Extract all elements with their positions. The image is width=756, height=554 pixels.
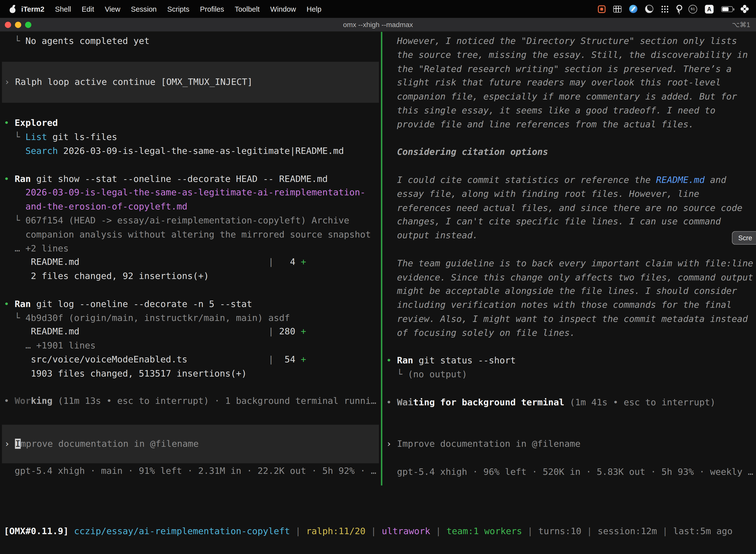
macos-menu-bar: iTerm2ShellEditViewSessionScriptsProfile… (0, 0, 756, 18)
ralph-loop-banner[interactable]: › Ralph loop active continue [OMX_TMUX_I… (2, 62, 379, 103)
text-segment: • (4, 298, 15, 309)
text-segment: └ (4, 215, 25, 225)
reasoning-line: of focusing solely on file lines. (382, 326, 756, 340)
text-segment: However, I noticed the "Directory Struct… (386, 36, 737, 46)
prompt-input[interactable]: › Improve documentation in @filename (2, 437, 379, 451)
diffstat-summary: 2 files changed, 92 insertions(+) (0, 269, 381, 283)
text-segment: README.md (4, 326, 268, 337)
ran-git-log-header: • Ran git log --oneline --decorate -n 5 … (0, 297, 381, 311)
ran-git-show-header: • Ran git show --stat --oneline --decora… (0, 172, 381, 186)
log-diffstat-summary: 1903 files changed, 513517 insertions(+) (0, 367, 381, 381)
reasoning-line: the source tree, missing the essay. Stil… (382, 48, 756, 62)
text-segment: and (705, 175, 726, 185)
text-segment: 4b9d30f (origin/main, instructkr/main, m… (25, 313, 290, 323)
menu-item-toolbelt[interactable]: Toolbelt (230, 5, 265, 13)
text-segment: • (4, 173, 15, 184)
text-segment: › (4, 77, 15, 87)
text-segment: changes, I can't cite specific file line… (386, 216, 721, 227)
window-title: omx --xhigh --madmax (0, 18, 756, 32)
commit-line: └ 067f154 (HEAD -> essay/ai-reimplementa… (0, 214, 381, 228)
apple-menu-icon[interactable] (9, 5, 16, 13)
menu-item-view[interactable]: View (100, 5, 126, 13)
text-segment: mprove documentation in @filename (20, 439, 199, 449)
text-segment: git ls-files (47, 132, 117, 142)
gauge-icon[interactable]: 61 (689, 4, 697, 13)
elided-lines-note: … +2 lines (0, 241, 381, 256)
essay-filename-line2: and-the-erosion-of-copyleft.md (0, 200, 381, 214)
text-segment: gpt-5.4 xhigh · main · 91% left · 2.31M … (4, 466, 376, 476)
text-segment: | (657, 526, 673, 536)
text-segment: I (15, 439, 20, 449)
menu-item-profiles[interactable]: Profiles (195, 5, 230, 13)
menu-item-session[interactable]: Session (126, 5, 162, 13)
reasoning-line: companion file, especially if more comme… (382, 90, 756, 104)
text-segment: Ralph loop active continue [OMX_TMUX_INJ… (15, 77, 252, 87)
terminal-pane-right[interactable]: However, I noticed the "Directory Struct… (382, 32, 756, 486)
blank-line (0, 103, 381, 116)
menu-item-shell[interactable]: Shell (50, 5, 76, 13)
dots-grid-icon[interactable] (661, 5, 669, 13)
text-segment: ting for background terminal (413, 397, 564, 407)
menu-item-edit[interactable]: Edit (76, 5, 100, 13)
text-segment: references need actual files, and since … (386, 203, 742, 213)
text-segment: this single essay, it seems like a good … (386, 105, 715, 115)
text-segment: 2026-03-09-is-legal-the-same-as-legitima… (58, 146, 344, 156)
text-segment: | (522, 526, 538, 536)
text-segment: of focusing solely on file lines. (386, 328, 575, 338)
text-segment: git show --stat --oneline --decorate HEA… (31, 173, 328, 184)
text-segment: 280 (274, 326, 301, 337)
model-status-line: gpt-5.4 xhigh · 96% left · 520K in · 5.8… (382, 465, 756, 479)
reasoning-line: slight risk that future readers may over… (382, 76, 756, 90)
key-icon[interactable] (676, 5, 681, 13)
dark-app-icon[interactable] (645, 5, 653, 13)
menu-item-window[interactable]: Window (265, 5, 301, 13)
log-diffstat-voice: src/voice/voiceModeEnabled.ts | 54 + (0, 353, 381, 367)
text-segment (4, 146, 25, 156)
text-segment: Explored (15, 118, 58, 128)
text-segment: I could cite commit statistics or refere… (386, 175, 656, 185)
text-segment: › (4, 439, 15, 449)
prompt-input-box[interactable]: › Improve documentation in @filename (2, 425, 379, 463)
text-segment: 2026-03-09-is-legal-the-same-as-legitima… (4, 187, 366, 198)
text-segment: (11m 13s • esc to interrupt) · 1 backgro… (52, 396, 376, 406)
screen-notification-peek[interactable]: Scre (732, 231, 756, 244)
text-segment: | (268, 257, 274, 267)
screen: iTerm2ShellEditViewSessionScriptsProfile… (0, 0, 756, 554)
reasoning-line: the "Related research writing" section i… (382, 62, 756, 76)
reasoning-line: However, I noticed the "Directory Struct… (382, 34, 756, 48)
grid-icon[interactable] (613, 5, 622, 12)
text-segment: + (301, 326, 306, 337)
reasoning-line: references need actual files, and since … (382, 201, 756, 215)
pane-divider[interactable] (381, 32, 382, 486)
battery-icon[interactable] (721, 6, 733, 12)
blank-line (0, 158, 381, 172)
screen-recording-indicator-icon[interactable] (598, 5, 606, 13)
prompt-input[interactable]: › Improve documentation in @filename (382, 437, 756, 451)
text-segment: └ (4, 132, 25, 142)
fan-icon[interactable] (741, 5, 749, 13)
text-segment: cczip/essay/ai-reimplementation-copyleft (74, 526, 290, 536)
text-segment: Search (25, 146, 58, 156)
terminal-pane-left[interactable]: └ No agents completed yet› Ralph loop ac… (0, 32, 381, 486)
text-segment: Wor (15, 396, 31, 406)
text-segment: the "Related research writing" section i… (386, 63, 732, 74)
text-segment: (no output) (408, 369, 467, 380)
text-segment: the source tree, missing the essay. Stil… (386, 50, 748, 60)
compass-icon[interactable] (629, 5, 637, 13)
menu-item-scripts[interactable]: Scripts (162, 5, 195, 13)
text-segment: … +2 lines (4, 243, 69, 253)
blank-line (0, 283, 381, 297)
blank-line (382, 451, 756, 465)
essay-filename-line1: 2026-03-09-is-legal-the-same-as-legitima… (0, 186, 381, 200)
explored-list-line: └ List git ls-files (0, 130, 381, 144)
ran-git-status-header: • Ran git status --short (382, 354, 756, 368)
text-segment: | (366, 526, 382, 536)
text-segment: 067f154 (HEAD -> essay/ai-reimplementati… (25, 215, 350, 225)
log-diffstat-readme: README.md | 280 + (0, 325, 381, 339)
text-segment: | (290, 526, 306, 536)
input-source-icon[interactable]: A (705, 4, 713, 13)
text-segment: 2 files changed, 92 insertions(+) (4, 271, 209, 281)
menu-item-iterm2[interactable]: iTerm2 (16, 5, 50, 13)
reasoning-line: this single essay, it seems like a good … (382, 104, 756, 118)
menu-item-help[interactable]: Help (301, 5, 327, 13)
